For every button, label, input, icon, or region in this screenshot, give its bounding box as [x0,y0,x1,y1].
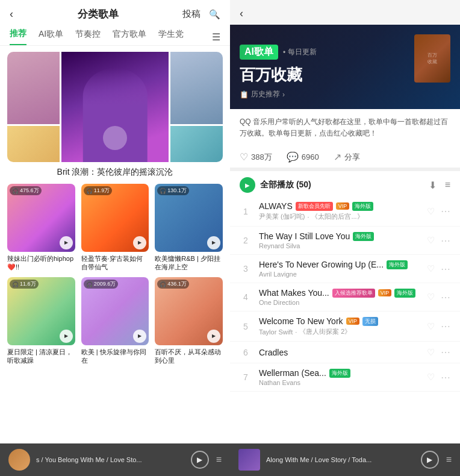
album-art-right [238,449,260,471]
back-icon[interactable]: ‹ [10,8,13,20]
song-num-1: 1 [240,207,252,216]
artist-1: 尹美莱 (伽叼咤) [259,212,305,221]
share-icon: ↗ [334,151,341,163]
playlist-thumb-1: 🎧 475.6万 ▶ [7,184,75,252]
more-icon-4[interactable]: ⋯ [441,292,450,303]
like-action[interactable]: ♡ 388万 [240,151,272,163]
song-row-3[interactable]: 3 Here's To Never Growing Up (E... 海外版 A… [230,255,460,283]
ai-banner: AI歌单 每日更新 百万收藏 📋 历史推荐 › 百万收藏 [230,25,460,109]
play-button-1[interactable]: ▶ [60,236,73,249]
share-action[interactable]: ↗ 分享 [334,151,360,163]
download-icon[interactable]: ⬇ [429,180,437,191]
more-icon-7[interactable]: ⋯ [441,372,450,383]
banner-grid: Brit 浪潮：英伦彼岸的摇滚沉沦 [0,52,230,178]
play-button-3[interactable]: ▶ [207,236,220,249]
heart-icon-3[interactable]: ♡ [427,263,435,274]
tab-student[interactable]: 学生党 [158,29,184,45]
song-actions-5: ♡ ⋯ [427,321,450,332]
play-pause-button-left[interactable]: ▶ [191,451,209,469]
song-info-3: Here's To Never Growing Up (E... 海外版 Avr… [259,260,420,278]
tab-official[interactable]: 官方歌单 [113,29,146,45]
search-icon[interactable]: 🔍 [209,9,220,20]
heart-icon-6[interactable]: ♡ [427,347,435,358]
artist-7: Nathan Evans [259,379,300,386]
song-title-6: Cradles [259,348,288,357]
song-info-7: Wellerman (Sea... 海外版 Nathan Evans [259,368,420,386]
sort-icon[interactable]: ≡ [445,180,450,191]
heart-icon-7[interactable]: ♡ [427,372,435,383]
player-controls-right: ▶ ≡ [421,451,452,469]
playlist-card-touch[interactable]: 🎧 436.1万 ▶ 百听不厌，从耳朵感动到心里 [155,277,223,365]
playlist-thumb-4: 🎧 11.6万 ▶ [7,277,75,345]
play-button-5[interactable]: ▶ [133,330,146,343]
count-badge-4: 🎧 11.6万 [10,280,39,289]
banner-img-4 [170,126,223,162]
heart-icon-1[interactable]: ♡ [427,206,435,217]
banner-caption: Brit 浪潮：英伦彼岸的摇滚沉沦 [7,167,223,178]
playlist-card-rnb[interactable]: 🎧 130.1万 ▶ 欧美慵懒R&B | 夕阳挂在海岸上空 [155,184,223,271]
comment-action[interactable]: 💬 6960 [287,151,319,163]
more-icon-6[interactable]: ⋯ [441,346,450,358]
player-controls-left: ▶ ≡ [191,451,222,469]
playlist-label-3: 欧美慵懒R&B | 夕阳挂在海岸上空 [155,254,223,272]
song-row-1[interactable]: 1 ALWAYS 新歌会员先听 VIP 海外版 尹美莱 (伽叼咤) · 《太阳的… [230,196,460,227]
playlist-card-fairy[interactable]: 🎧 11.9万 ▶ 轻盈节奏·穿古装如何自带仙气 [81,184,149,271]
more-icon-3[interactable]: ⋯ [441,263,450,275]
ai-history-link[interactable]: 📋 历史推荐 › [240,89,450,99]
song-main-row-1: ALWAYS 新歌会员先听 VIP 海外版 [259,201,420,211]
play-button-2[interactable]: ▶ [133,236,146,249]
playlist-label-6: 百听不厌，从耳朵感动到心里 [155,348,223,365]
more-icon-1[interactable]: ⋯ [441,205,450,217]
song-info-1: ALWAYS 新歌会员先听 VIP 海外版 尹美莱 (伽叼咤) · 《太阳的后宫… [259,201,420,221]
play-button-4[interactable]: ▶ [60,330,73,343]
headphone-icon: 🎧 [12,188,19,194]
song-info-4: What Makes You... 入候选推荐歌单 VIP 海外版 One Di… [259,288,420,306]
playlist-thumb-5: 🎧 2009.6万 ▶ [81,277,149,345]
tabs-row: 推荐 AI歌单 节奏控 官方歌单 学生党 ☰ [0,26,230,46]
queue-icon-right[interactable]: ≡ [446,454,452,465]
song-row-7[interactable]: 7 Wellerman (Sea... 海外版 Nathan Evans ♡ ⋯ [230,363,460,392]
song-info-right: Along With Me / Love Story / Toda... [266,456,415,463]
playlist-card-summer[interactable]: 🎧 11.6万 ▶ 夏日限定 | 清凉夏日，听歌减躁 [7,277,75,365]
song-actions-4: ♡ ⋯ [427,292,450,303]
more-icon-2[interactable]: ⋯ [441,235,450,246]
album-cover-thumb: 百万收藏 [414,34,450,83]
song-info-2: The Way I Still Love You 海外版 Reynard Sil… [259,231,420,249]
more-icon-5[interactable]: ⋯ [441,321,450,332]
play-button-6[interactable]: ▶ [207,330,220,343]
tabs-menu-icon[interactable]: ☰ [212,31,220,43]
heart-icon-2[interactable]: ♡ [427,235,435,246]
queue-icon-left[interactable]: ≡ [216,454,222,465]
badge-vip-4: VIP [378,289,392,296]
play-all-button[interactable]: ▶ [240,177,255,193]
post-button[interactable]: 投稿 [182,8,200,20]
song-list: 1 ALWAYS 新歌会员先听 VIP 海外版 尹美莱 (伽叼咤) · 《太阳的… [230,196,460,443]
heart-icon-4[interactable]: ♡ [427,292,435,302]
song-row-4[interactable]: 4 What Makes You... 入候选推荐歌单 VIP 海外版 One … [230,283,460,312]
play-pause-button-right[interactable]: ▶ [421,451,439,469]
song-sub-1: 尹美莱 (伽叼咤) · 《太阳的后宫...》 [259,212,420,221]
tab-ai[interactable]: AI歌单 [39,29,63,45]
history-label: 历史推荐 [251,89,280,99]
playlist-card-melody[interactable]: 🎧 2009.6万 ▶ 欧美 | 快乐旋律与你同在 [81,277,149,365]
now-playing-title-right: Along With Me / Love Story / Toda... [266,456,415,463]
separator-1: · [307,213,309,221]
song-main-row-2: The Way I Still Love You 海外版 [259,231,420,241]
badge-overseas-2: 海外版 [353,232,374,241]
left-header: ‹ 分类歌单 投稿 🔍 [0,0,230,26]
headphone-icon-4: 🎧 [12,281,19,287]
playlist-section-1: 🎧 475.6万 ▶ 辣妹出门必听的hiphop❤️!! 🎧 11.9 [0,184,230,271]
history-icon: 📋 [240,90,249,99]
heart-icon-5[interactable]: ♡ [427,321,435,332]
song-row-2[interactable]: 2 The Way I Still Love You 海外版 Reynard S… [230,227,460,255]
banner-collage[interactable] [7,52,223,162]
right-back-icon[interactable]: ‹ [240,7,243,20]
album-1: 《太阳的后宫...》 [311,212,363,221]
tab-recommend[interactable]: 推荐 [10,28,26,45]
tab-tempo[interactable]: 节奏控 [75,29,101,45]
song-row-6[interactable]: 6 Cradles ♡ ⋯ [230,342,460,363]
playlist-label-1: 辣妹出门必听的hiphop❤️!! [7,254,75,272]
playlist-card-hiphop[interactable]: 🎧 475.6万 ▶ 辣妹出门必听的hiphop❤️!! [7,184,75,271]
song-actions-2: ♡ ⋯ [427,235,450,246]
song-row-5[interactable]: 5 Welcome To New York VIP 无损 Taylor Swif… [230,312,460,342]
